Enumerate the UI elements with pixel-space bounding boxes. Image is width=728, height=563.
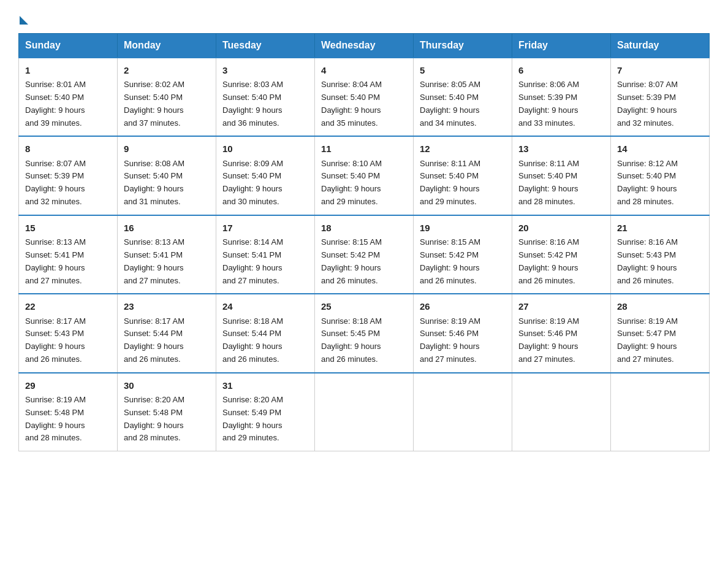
day-number: 29 [25, 378, 111, 393]
header-tuesday: Tuesday [216, 34, 315, 58]
calendar-cell: 31 Sunrise: 8:20 AMSunset: 5:49 PMDaylig… [216, 373, 315, 451]
calendar-week-2: 8 Sunrise: 8:07 AMSunset: 5:39 PMDayligh… [19, 136, 710, 215]
day-number: 24 [222, 299, 308, 313]
day-number: 17 [222, 221, 308, 235]
header-saturday: Saturday [611, 34, 710, 58]
day-number: 22 [25, 299, 111, 313]
calendar-cell [315, 373, 414, 451]
day-number: 3 [222, 63, 308, 77]
day-info: Sunrise: 8:20 AMSunset: 5:48 PMDaylight:… [124, 394, 210, 445]
calendar-cell: 30 Sunrise: 8:20 AMSunset: 5:48 PMDaylig… [118, 373, 216, 451]
day-number: 15 [25, 221, 111, 235]
day-info: Sunrise: 8:14 AMSunset: 5:41 PMDaylight:… [222, 236, 308, 287]
calendar-week-3: 15 Sunrise: 8:13 AMSunset: 5:41 PMDaylig… [19, 215, 710, 294]
day-number: 27 [518, 299, 604, 313]
calendar-week-4: 22 Sunrise: 8:17 AMSunset: 5:43 PMDaylig… [19, 294, 710, 372]
header-sunday: Sunday [19, 34, 118, 58]
calendar-cell: 1 Sunrise: 8:01 AMSunset: 5:40 PMDayligh… [19, 58, 118, 136]
header-friday: Friday [512, 34, 611, 58]
calendar-cell: 24 Sunrise: 8:18 AMSunset: 5:44 PMDaylig… [216, 294, 315, 372]
day-info: Sunrise: 8:19 AMSunset: 5:46 PMDaylight:… [420, 315, 506, 366]
day-info: Sunrise: 8:03 AMSunset: 5:40 PMDaylight:… [222, 79, 308, 129]
calendar-cell: 8 Sunrise: 8:07 AMSunset: 5:39 PMDayligh… [19, 136, 118, 215]
calendar-cell: 11 Sunrise: 8:10 AMSunset: 5:40 PMDaylig… [315, 136, 414, 215]
day-info: Sunrise: 8:17 AMSunset: 5:44 PMDaylight:… [124, 315, 210, 366]
calendar-cell: 19 Sunrise: 8:15 AMSunset: 5:42 PMDaylig… [414, 215, 512, 294]
day-number: 28 [617, 299, 703, 313]
day-number: 4 [321, 63, 407, 77]
day-info: Sunrise: 8:16 AMSunset: 5:42 PMDaylight:… [518, 236, 604, 287]
day-number: 19 [420, 221, 506, 235]
calendar-week-1: 1 Sunrise: 8:01 AMSunset: 5:40 PMDayligh… [19, 58, 710, 136]
calendar-cell: 7 Sunrise: 8:07 AMSunset: 5:39 PMDayligh… [611, 58, 710, 136]
day-info: Sunrise: 8:09 AMSunset: 5:40 PMDaylight:… [222, 158, 308, 209]
logo-arrow-icon [20, 16, 28, 25]
day-number: 26 [420, 299, 506, 313]
calendar-cell [414, 373, 512, 451]
calendar-cell [512, 373, 611, 451]
day-info: Sunrise: 8:07 AMSunset: 5:39 PMDaylight:… [617, 79, 703, 129]
day-number: 25 [321, 299, 407, 313]
day-info: Sunrise: 8:13 AMSunset: 5:41 PMDaylight:… [25, 236, 111, 287]
day-info: Sunrise: 8:16 AMSunset: 5:43 PMDaylight:… [617, 236, 703, 287]
day-number: 5 [420, 63, 506, 77]
day-info: Sunrise: 8:19 AMSunset: 5:47 PMDaylight:… [617, 315, 703, 366]
calendar-cell: 10 Sunrise: 8:09 AMSunset: 5:40 PMDaylig… [216, 136, 315, 215]
day-info: Sunrise: 8:06 AMSunset: 5:39 PMDaylight:… [518, 79, 604, 129]
calendar-cell: 22 Sunrise: 8:17 AMSunset: 5:43 PMDaylig… [19, 294, 118, 372]
day-info: Sunrise: 8:15 AMSunset: 5:42 PMDaylight:… [420, 236, 506, 287]
calendar-cell: 15 Sunrise: 8:13 AMSunset: 5:41 PMDaylig… [19, 215, 118, 294]
day-number: 21 [617, 221, 703, 235]
day-number: 8 [25, 142, 111, 156]
day-number: 31 [222, 378, 308, 393]
day-number: 23 [124, 299, 210, 313]
day-number: 11 [321, 142, 407, 156]
day-number: 6 [518, 63, 604, 77]
day-info: Sunrise: 8:12 AMSunset: 5:40 PMDaylight:… [617, 158, 703, 209]
calendar-cell: 25 Sunrise: 8:18 AMSunset: 5:45 PMDaylig… [315, 294, 414, 372]
day-number: 13 [518, 142, 604, 156]
calendar-cell: 21 Sunrise: 8:16 AMSunset: 5:43 PMDaylig… [611, 215, 710, 294]
day-info: Sunrise: 8:19 AMSunset: 5:46 PMDaylight:… [518, 315, 604, 366]
day-number: 7 [617, 63, 703, 77]
day-number: 2 [124, 63, 210, 77]
day-info: Sunrise: 8:07 AMSunset: 5:39 PMDaylight:… [25, 158, 111, 209]
calendar-cell [611, 373, 710, 451]
calendar-cell: 12 Sunrise: 8:11 AMSunset: 5:40 PMDaylig… [414, 136, 512, 215]
day-number: 9 [124, 142, 210, 156]
day-number: 16 [124, 221, 210, 235]
day-info: Sunrise: 8:10 AMSunset: 5:40 PMDaylight:… [321, 158, 407, 209]
day-info: Sunrise: 8:05 AMSunset: 5:40 PMDaylight:… [420, 79, 506, 129]
calendar-cell: 14 Sunrise: 8:12 AMSunset: 5:40 PMDaylig… [611, 136, 710, 215]
calendar-body: 1 Sunrise: 8:01 AMSunset: 5:40 PMDayligh… [19, 58, 710, 451]
calendar-cell: 3 Sunrise: 8:03 AMSunset: 5:40 PMDayligh… [216, 58, 315, 136]
calendar-cell: 28 Sunrise: 8:19 AMSunset: 5:47 PMDaylig… [611, 294, 710, 372]
calendar-cell: 23 Sunrise: 8:17 AMSunset: 5:44 PMDaylig… [118, 294, 216, 372]
day-info: Sunrise: 8:18 AMSunset: 5:44 PMDaylight:… [222, 315, 308, 366]
page-header [18, 12, 710, 22]
day-number: 10 [222, 142, 308, 156]
calendar-cell: 17 Sunrise: 8:14 AMSunset: 5:41 PMDaylig… [216, 215, 315, 294]
day-info: Sunrise: 8:15 AMSunset: 5:42 PMDaylight:… [321, 236, 407, 287]
day-info: Sunrise: 8:13 AMSunset: 5:41 PMDaylight:… [124, 236, 210, 287]
calendar-cell: 27 Sunrise: 8:19 AMSunset: 5:46 PMDaylig… [512, 294, 611, 372]
calendar-cell: 9 Sunrise: 8:08 AMSunset: 5:40 PMDayligh… [118, 136, 216, 215]
calendar-cell: 26 Sunrise: 8:19 AMSunset: 5:46 PMDaylig… [414, 294, 512, 372]
calendar-cell: 16 Sunrise: 8:13 AMSunset: 5:41 PMDaylig… [118, 215, 216, 294]
calendar-week-5: 29 Sunrise: 8:19 AMSunset: 5:48 PMDaylig… [19, 373, 710, 451]
day-info: Sunrise: 8:08 AMSunset: 5:40 PMDaylight:… [124, 158, 210, 209]
calendar-cell: 20 Sunrise: 8:16 AMSunset: 5:42 PMDaylig… [512, 215, 611, 294]
day-info: Sunrise: 8:02 AMSunset: 5:40 PMDaylight:… [124, 79, 210, 129]
calendar-cell: 5 Sunrise: 8:05 AMSunset: 5:40 PMDayligh… [414, 58, 512, 136]
day-info: Sunrise: 8:20 AMSunset: 5:49 PMDaylight:… [222, 394, 308, 445]
day-info: Sunrise: 8:04 AMSunset: 5:40 PMDaylight:… [321, 79, 407, 129]
day-info: Sunrise: 8:01 AMSunset: 5:40 PMDaylight:… [25, 79, 111, 129]
day-number: 12 [420, 142, 506, 156]
calendar-cell: 13 Sunrise: 8:11 AMSunset: 5:40 PMDaylig… [512, 136, 611, 215]
day-info: Sunrise: 8:18 AMSunset: 5:45 PMDaylight:… [321, 315, 407, 366]
day-info: Sunrise: 8:17 AMSunset: 5:43 PMDaylight:… [25, 315, 111, 366]
calendar-cell: 4 Sunrise: 8:04 AMSunset: 5:40 PMDayligh… [315, 58, 414, 136]
header-wednesday: Wednesday [315, 34, 414, 58]
calendar-table: SundayMondayTuesdayWednesdayThursdayFrid… [18, 33, 710, 451]
header-monday: Monday [118, 34, 216, 58]
